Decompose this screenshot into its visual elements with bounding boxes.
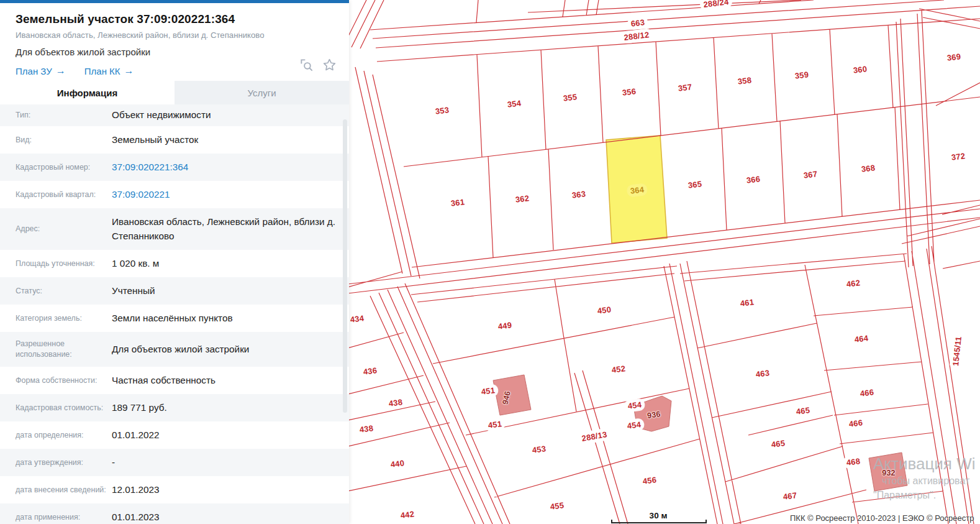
row-label: Кадастровая стоимость: (0, 403, 112, 413)
panel-scrollbar[interactable] (343, 119, 347, 413)
row-label: Статус: (0, 286, 112, 296)
parcel-attributes-table: Тип:Объект недвижимостиВид:Земельный уча… (0, 104, 349, 524)
parcel-info-panel: Земельный участок 37:09:020221:364 Ивано… (0, 0, 349, 524)
link-plan-kk[interactable]: План КК→ (84, 65, 134, 76)
area-search-icon[interactable] (299, 58, 314, 72)
info-row-cadastral-value: Кадастровая стоимость:189 771 руб. (0, 394, 349, 421)
row-label: Вид: (0, 135, 112, 145)
info-row-permitted-use: Разрешенное использование:Для объектов ж… (0, 332, 349, 367)
row-value: 1 020 кв. м (112, 257, 349, 271)
link-label: План КК (84, 66, 120, 76)
row-value: Частная собственность (112, 374, 349, 388)
row-label: Площадь уточненная: (0, 259, 112, 269)
parcel-usage-text: Для объектов жилой застройки (16, 47, 333, 57)
watermark-line-3: "Параметры". (873, 490, 936, 501)
map-attribution: ПКК © Росреестр 2010-2023 | ЕЭКО © Росре… (790, 513, 974, 523)
info-row-entry-date: дата внесения сведений:12.01.2023 (0, 476, 349, 503)
info-row-ownership: Форма собственности:Частная собственност… (0, 367, 349, 394)
parcel-header: Земельный участок 37:09:020221:364 Ивано… (0, 3, 349, 81)
row-value: Объект недвижимости (112, 108, 349, 122)
row-value: 01.01.2023 (112, 510, 349, 524)
row-value: Земельный участок (112, 133, 349, 147)
info-row-status: Статус:Учтенный (0, 277, 349, 305)
star-favorite-icon[interactable] (322, 58, 337, 72)
row-label: Кадастровый квартал: (0, 190, 112, 200)
pkk-rosreestr-app: Земельный участок 37:09:020221:364 Ивано… (0, 0, 980, 524)
cadastral-parcels-layer (349, 0, 980, 524)
row-value: Земли населённых пунктов (112, 311, 349, 326)
watermark-line-2: чтобы активироват (882, 476, 969, 487)
link-label: План ЗУ (16, 66, 52, 76)
tab-services[interactable]: Услуги (175, 81, 349, 104)
row-value: - (112, 456, 349, 470)
row-value: 189 771 руб. (112, 401, 349, 415)
plan-links: План ЗУ→План КК→ (16, 65, 333, 76)
row-value: Ивановская область, Лежневский район, вб… (112, 215, 349, 244)
row-label: Кадастровый номер: (0, 162, 112, 173)
row-value: 12.01.2023 (112, 483, 349, 497)
info-row-cadastral-number: Кадастровый номер:37:09:020221:364 (0, 154, 349, 181)
row-label: дата определения: (0, 430, 112, 441)
info-row-approval-date: дата утверждения:- (0, 449, 349, 476)
row-value[interactable]: 37:09:020221 (112, 188, 349, 202)
info-row-application-date: дата применения:01.01.2023 (0, 503, 349, 524)
row-value[interactable]: 37:09:020221:364 (112, 160, 349, 175)
panel-tabs: ИнформацияУслуги (0, 81, 349, 104)
arrow-right-icon: → (56, 65, 66, 76)
link-plan-zu[interactable]: План ЗУ→ (16, 65, 66, 76)
info-row-land-category: Категория земель:Земли населённых пункто… (0, 305, 349, 332)
row-label: Адрес: (0, 224, 112, 234)
row-value: 01.01.2022 (112, 428, 349, 443)
row-label: Категория земель: (0, 313, 112, 324)
page-title: Земельный участок 37:09:020221:364 (16, 12, 333, 26)
row-label: Форма собственности: (0, 375, 112, 386)
info-row-type: Тип:Объект недвижимости (0, 104, 349, 126)
info-row-kind: Вид:Земельный участок (0, 126, 349, 154)
info-row-determination-date: дата определения:01.01.2022 (0, 421, 349, 449)
row-label: Тип: (0, 110, 112, 121)
row-label: дата внесения сведений: (0, 485, 112, 495)
info-row-address: Адрес:Ивановская область, Лежневский рай… (0, 208, 349, 250)
row-label: дата утверждения: (0, 457, 112, 468)
header-icons (299, 58, 337, 72)
tab-info[interactable]: Информация (0, 81, 175, 104)
row-label: Разрешенное использование: (0, 339, 112, 360)
row-label: дата применения: (0, 512, 112, 523)
map-canvas[interactable]: 288/24663288/123533543553563573583593603… (349, 0, 980, 524)
arrow-right-icon: → (124, 65, 134, 76)
buildings-layer (493, 375, 907, 491)
row-value: Учтенный (112, 284, 349, 298)
scale-label: 30 м (650, 511, 668, 520)
row-value: Для объектов жилой застройки (112, 342, 349, 357)
info-row-cadastral-quarter: Кадастровый квартал:37:09:020221 (0, 181, 349, 208)
parcel-boundaries (349, 0, 980, 524)
parcel-address-subtitle: Ивановская область, Лежневский район, вб… (16, 30, 333, 40)
info-row-area: Площадь уточненная:1 020 кв. м (0, 250, 349, 277)
watermark-line-1: Активация Wi (873, 454, 975, 474)
